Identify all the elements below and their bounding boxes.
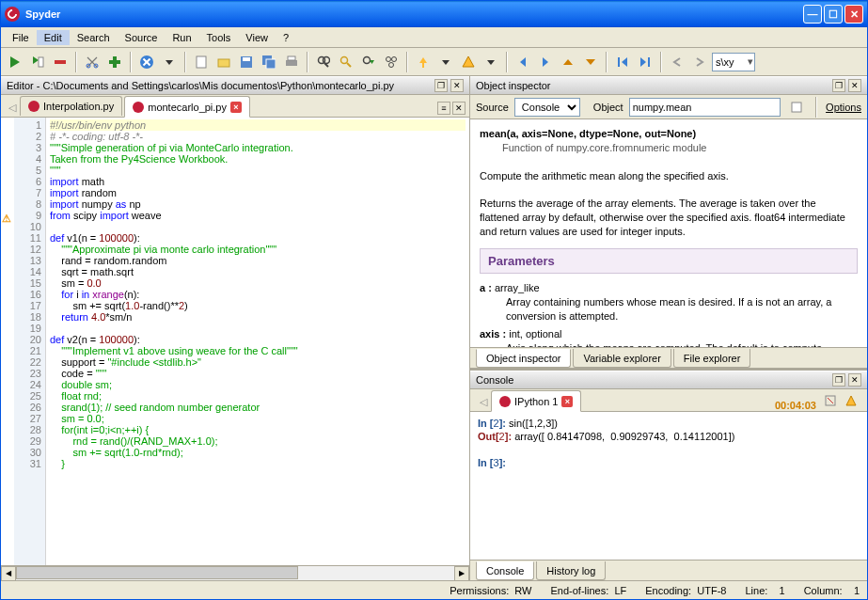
save-icon[interactable] [236,52,257,72]
inspector-undock-icon[interactable]: ❐ [832,79,845,92]
object-input[interactable] [629,98,781,117]
nav-last-icon[interactable] [635,52,655,72]
nav-right-icon[interactable] [535,52,556,72]
menubar: FileEditSearchSourceRunToolsView? [1,27,867,48]
svg-rect-12 [197,56,206,68]
inspector-tab[interactable]: Object inspector [476,349,571,368]
debug-warn-icon[interactable] [458,52,479,72]
tab-prev-icon[interactable]: ◁ [5,98,20,117]
maximize-button[interactable]: ☐ [824,5,843,24]
main-toolbar: ▾ [1,48,867,76]
console-warn-icon[interactable] [841,390,861,411]
tabclose-all-icon[interactable]: ✕ [452,102,466,115]
dropdown-icon[interactable] [159,52,180,72]
menu-file[interactable]: File [5,30,37,45]
print-icon[interactable] [281,52,302,72]
nav-down-icon[interactable] [580,52,601,72]
svg-marker-32 [442,60,450,65]
editor-tab[interactable]: montecarlo_pi.py× [124,96,250,118]
menu-source[interactable]: Source [118,30,166,45]
source-select[interactable]: Console [514,98,580,117]
app-icon [5,7,20,22]
add-icon[interactable] [104,52,125,72]
ipython-icon [499,396,511,407]
tablist-icon[interactable]: ≡ [437,102,450,115]
scroll-right-icon[interactable]: ▶ [454,566,469,581]
editor-undock-icon[interactable]: ❐ [434,79,448,92]
python-file-icon [133,102,144,113]
inspector-p1: Compute the arithmetic mean along the sp… [480,169,858,183]
menu-edit[interactable]: Edit [37,30,70,45]
console-tab-close-icon[interactable]: × [561,396,573,407]
debug-step-out-icon[interactable] [413,52,434,72]
console-interrupt-icon[interactable] [820,390,841,411]
inspector-params-header: Parameters [480,248,858,275]
svg-point-29 [389,62,394,67]
close-button[interactable]: ✕ [844,5,863,24]
back-icon[interactable] [667,52,687,72]
inspector-tab[interactable]: File explorer [673,349,751,368]
console-btab[interactable]: History log [536,561,606,580]
save-all-icon[interactable] [259,52,279,72]
console-bottom-tabs: ConsoleHistory log [470,560,867,580]
editor-hscroll[interactable]: ◀ ▶ [1,565,469,580]
nav-left-icon[interactable] [513,52,533,72]
editor-tab[interactable]: Interpolation.py [20,96,122,116]
search-next-icon[interactable] [358,52,379,72]
menu-tools[interactable]: Tools [199,30,239,45]
open-file-icon[interactable] [213,52,234,72]
svg-marker-0 [10,56,20,68]
console-tab-ipython[interactable]: IPython 1 × [491,390,581,412]
console-btab[interactable]: Console [476,561,534,580]
console-output[interactable]: In [2]: sin([1,2,3]) Out[2]: array([ 0.8… [470,412,867,560]
dropdown2-icon[interactable] [435,52,456,72]
editor-close-icon[interactable]: ✕ [450,79,464,92]
svg-line-45 [828,398,833,403]
editor-pane-title: Editor - C:\Documents and Settings\carlo… [1,76,469,95]
search-icon[interactable] [313,52,334,72]
menu-search[interactable]: Search [70,30,118,45]
options-label[interactable]: Options [826,102,861,113]
svg-rect-19 [288,56,295,60]
app-window: Spyder — ☐ ✕ FileEditSearchSourceRunTool… [0,0,868,600]
run-file-icon[interactable] [27,52,48,72]
svg-rect-42 [648,57,650,67]
source-label: Source [476,102,509,113]
minimize-button[interactable]: — [803,5,822,24]
statusbar: Permissions: RW End-of-lines: LF Encodin… [1,580,867,599]
menu-?[interactable]: ? [276,30,296,45]
new-file-icon[interactable] [191,52,212,72]
nav-first-icon[interactable] [612,52,633,72]
inspector-signature: mean(a, axis=None, dtype=None, out=None) [480,127,858,141]
stop-icon[interactable] [136,52,157,72]
tab-close-icon[interactable]: × [230,102,242,113]
code-editor[interactable]: ⚠ 12345678910111213141516171819202122232… [1,118,469,565]
forward-icon[interactable] [689,52,710,72]
console-tab-prev-icon[interactable]: ◁ [476,392,491,411]
svg-marker-38 [586,59,595,65]
dropdown3-icon[interactable] [481,52,501,72]
run-icon[interactable] [5,52,25,72]
svg-marker-30 [419,57,427,63]
svg-marker-11 [166,60,173,65]
search-warn-icon[interactable] [336,52,356,72]
inspector-action-icon[interactable] [786,97,807,118]
inspector-p2: Returns the average of the array element… [480,197,858,239]
console-undock-icon[interactable]: ❐ [832,373,845,387]
scroll-left-icon[interactable]: ◀ [1,566,16,581]
svg-marker-40 [622,57,627,67]
inspector-tab[interactable]: Variable explorer [573,349,671,368]
menu-view[interactable]: View [238,30,276,45]
console-close-icon[interactable]: ✕ [848,373,861,387]
svg-marker-33 [463,56,474,67]
run-line-icon[interactable] [50,52,71,72]
console-title-text: Console [476,374,513,386]
svg-point-23 [341,56,348,63]
titlebar[interactable]: Spyder — ☐ ✕ [1,1,867,27]
object-label: Object [593,102,623,113]
menu-run[interactable]: Run [165,30,198,45]
inspector-close-icon[interactable]: ✕ [848,79,861,92]
cut-icon[interactable] [82,52,103,72]
search-all-icon[interactable] [381,52,402,72]
nav-up-icon[interactable] [558,52,578,72]
